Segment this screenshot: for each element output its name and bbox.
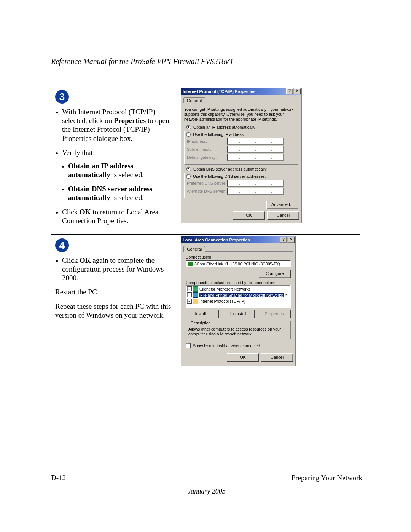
step4-row: 4 Click OK again to complete the configu… [51, 234, 360, 374]
protocol-icon [193, 299, 198, 304]
text-bold: OK [80, 208, 91, 216]
titlebar: Internet Protocol (TCP/IP) Properties ? … [181, 88, 301, 95]
tab-strip: General [183, 245, 293, 252]
default-gateway-input[interactable]: ... [227, 154, 284, 161]
section-title: Preparing Your Network [292, 474, 362, 482]
dialog-title: Local Area Connection Properties [183, 238, 279, 242]
description-box: Description Allows other computers to ac… [186, 321, 291, 339]
radio-icon [186, 167, 191, 171]
use-ip-group: Use the following IP address: IP address… [184, 131, 298, 165]
description-text: Allows other computers to access resourc… [188, 327, 288, 337]
page-footer: D-12 Preparing Your Network January 2005 [51, 471, 362, 495]
label: Subnet mask: [187, 147, 227, 152]
checkbox-label: Show icon in taskbar when connected [193, 343, 260, 348]
service-icon [193, 292, 198, 298]
tab-general[interactable]: General [183, 97, 205, 103]
uninstall-button[interactable]: Uninstall [222, 310, 255, 318]
properties-button[interactable]: Properties [258, 310, 291, 318]
list-item[interactable]: Client for Microsoft Networks [187, 286, 290, 292]
checkbox-icon[interactable] [187, 299, 192, 304]
page-number: D-12 [51, 474, 66, 482]
item-label: Client for Microsoft Networks [199, 287, 250, 291]
text: Click [62, 208, 80, 216]
help-button[interactable]: ? [286, 88, 293, 94]
cursor-icon: ↖ [285, 292, 289, 298]
advanced-button[interactable]: Advanced... [266, 201, 298, 209]
nic-field: 3Com EtherLink XL 10/100 PCI NIC (3C905-… [186, 260, 291, 267]
step3-badge: 3 [55, 90, 69, 104]
radio-label: Obtain DNS server address automatically [193, 167, 267, 171]
show-icon-checkbox[interactable]: Show icon in taskbar when connected [186, 343, 291, 348]
alternate-dns-input[interactable]: ... [227, 188, 284, 195]
radio-icon [186, 174, 191, 179]
label: Default gateway: [187, 155, 227, 160]
radio-obtain-ip-auto[interactable]: Obtain an IP address automatically [186, 125, 299, 129]
text-bold: OK [80, 256, 91, 264]
checkbox-icon[interactable] [187, 286, 192, 291]
header-rule [51, 70, 360, 70]
connect-using-label: Connect using: [186, 255, 291, 259]
step4-para-2: Repeat these steps for each PC with this… [55, 302, 175, 320]
configure-button[interactable]: Configure [259, 270, 291, 278]
tab-general[interactable]: General [183, 246, 205, 252]
install-button[interactable]: Install... [186, 310, 219, 318]
ip-address-input[interactable]: ... [227, 138, 284, 145]
step3-bullet-2: Verify that Obtain an IP address automat… [62, 148, 175, 202]
cancel-button[interactable]: Cancel [261, 353, 293, 362]
radio-use-dns[interactable]: Use the following DNS server addresses: [186, 174, 296, 179]
header-title: Reference Manual for the ProSafe VPN Fir… [51, 57, 360, 68]
preferred-dns-input[interactable]: ... [227, 180, 284, 187]
dialog-title: Internet Protocol (TCP/IP) Properties [183, 89, 285, 94]
radio-label: Obtain an IP address automatically [193, 125, 255, 129]
list-item[interactable]: Internet Protocol (TCP/IP) [187, 298, 290, 304]
footer-date: January 2005 [51, 487, 362, 495]
label: IP address: [187, 139, 227, 144]
label: Alternate DNS server: [187, 189, 227, 193]
step3-screenshot: Internet Protocol (TCP/IP) Properties ? … [179, 86, 360, 234]
preferred-dns-row: Preferred DNS server: ... [187, 180, 296, 187]
step3-sub-b: Obtain DNS server address automatically … [68, 184, 175, 202]
text-bold: Properties [114, 117, 146, 125]
client-icon [193, 286, 198, 292]
cancel-button[interactable]: Cancel [267, 211, 299, 220]
help-button[interactable]: ? [280, 237, 287, 243]
close-button[interactable]: × [288, 237, 295, 243]
close-button[interactable]: × [294, 88, 301, 94]
alternate-dns-row: Alternate DNS server: ... [187, 188, 296, 195]
radio-obtain-dns-auto[interactable]: Obtain DNS server address automatically [186, 167, 299, 171]
label: Preferred DNS server: [187, 181, 227, 185]
footer-rule [51, 471, 362, 471]
titlebar: Local Area Connection Properties ? × [181, 236, 295, 243]
step4-text: 4 Click OK again to complete the configu… [51, 235, 179, 374]
components-list[interactable]: Client for Microsoft Networks File and P… [186, 285, 291, 308]
list-item-selected[interactable]: File and Printer Sharing for Microsoft N… [187, 292, 290, 298]
radio-icon [186, 125, 191, 129]
step3-row: 3 With Internet Protocol (TCP/IP) select… [51, 86, 360, 234]
checkbox-icon[interactable] [186, 343, 191, 348]
step4-screenshot: Local Area Connection Properties ? × Gen… [179, 235, 360, 374]
radio-icon [186, 132, 191, 137]
use-dns-group: Use the following DNS server addresses: … [184, 173, 298, 198]
subnet-mask-row: Subnet mask: ... [187, 146, 296, 153]
text: is selected. [110, 193, 144, 201]
nic-icon [188, 262, 193, 266]
checkbox-icon[interactable] [187, 292, 192, 297]
description-legend: Description [190, 321, 212, 326]
components-label: Components checked are used by this conn… [186, 280, 291, 285]
default-gateway-row: Default gateway: ... [187, 154, 296, 161]
ip-address-row: IP address: ... [187, 138, 296, 145]
radio-label: Use the following DNS server addresses: [193, 174, 266, 179]
nic-name: 3Com EtherLink XL 10/100 PCI NIC (3C905-… [194, 262, 280, 266]
step4-badge: 4 [55, 238, 69, 252]
ok-button[interactable]: OK [233, 211, 265, 220]
dialog-description: You can get IP settings assigned automat… [184, 107, 298, 122]
ok-button[interactable]: OK [227, 353, 259, 362]
radio-label: Use the following IP address: [193, 132, 245, 137]
lac-properties-dialog: Local Area Connection Properties ? × Gen… [181, 236, 296, 366]
item-label: Internet Protocol (TCP/IP) [199, 299, 245, 304]
step3-sub-a: Obtain an IP address automatically is se… [68, 161, 175, 179]
text: Verify that [62, 149, 93, 157]
subnet-mask-input[interactable]: ... [227, 146, 284, 153]
content-table: 3 With Internet Protocol (TCP/IP) select… [51, 86, 360, 374]
radio-use-ip[interactable]: Use the following IP address: [186, 132, 296, 137]
